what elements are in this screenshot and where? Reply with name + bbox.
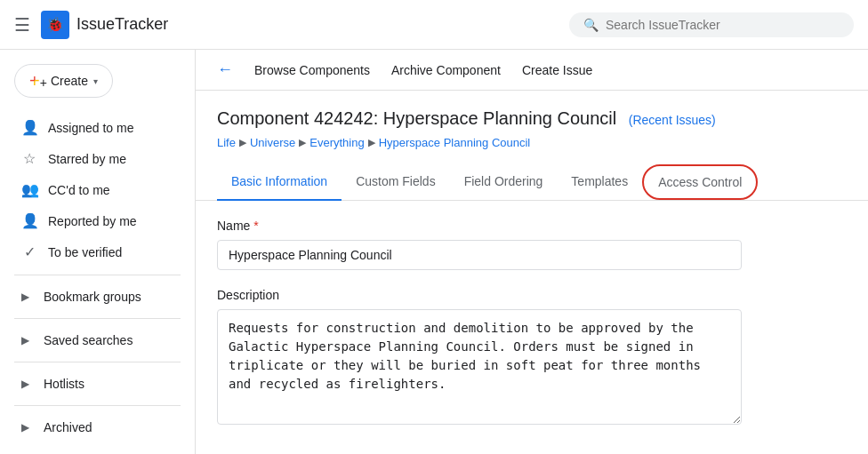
browse-components-link[interactable]: Browse Components xyxy=(254,63,370,77)
breadcrumb-life[interactable]: Life xyxy=(217,136,236,149)
sidebar-item-starred-by-me[interactable]: ☆ Starred by me xyxy=(0,143,195,174)
name-label: Name * xyxy=(217,219,847,233)
main-layout: + Create ▾ 👤 Assigned to me ☆ Starred by… xyxy=(0,50,868,454)
create-button[interactable]: + Create ▾ xyxy=(14,64,113,98)
sidebar-item-reported-by-me[interactable]: 👤 Reported by me xyxy=(0,205,195,236)
top-bar: ☰ 🐞 IssueTracker 🔍 xyxy=(0,0,868,50)
required-star: * xyxy=(253,219,258,233)
app-name: IssueTracker xyxy=(76,15,168,34)
sidebar-item-to-be-verified[interactable]: ✓ To be verified xyxy=(0,236,195,267)
check-icon: ✓ xyxy=(21,243,37,260)
sidebar-label-archived: Archived xyxy=(44,420,92,434)
sidebar-nav: 👤 Assigned to me ☆ Starred by me 👥 CC'd … xyxy=(0,112,195,267)
person-add-icon: 👤 xyxy=(21,212,37,229)
breadcrumb: Life ▶ Universe ▶ Everything ▶ Hyperspac… xyxy=(217,136,847,149)
breadcrumb-hpc[interactable]: Hyperspace Planning Council xyxy=(379,136,531,149)
expand-arrow-icon: ▶ xyxy=(21,291,29,303)
breadcrumb-universe[interactable]: Universe xyxy=(250,136,295,149)
sidebar-label-ccd: CC'd to me xyxy=(48,183,110,197)
sidebar-divider-2 xyxy=(14,318,181,319)
person-icon: 👤 xyxy=(21,119,37,136)
search-bar[interactable]: 🔍 xyxy=(569,12,854,37)
sidebar-label-verified: To be verified xyxy=(48,245,122,259)
sidebar-item-assigned-to-me[interactable]: 👤 Assigned to me xyxy=(0,112,195,143)
sidebar-item-hotlists[interactable]: ▶ Hotlists xyxy=(0,370,195,398)
sidebar-expandable-nav: ▶ Bookmark groups ▶ Saved searches ▶ Hot… xyxy=(0,283,195,442)
sidebar-divider-4 xyxy=(14,405,181,406)
create-chevron-icon: ▾ xyxy=(93,76,98,86)
app-logo: 🐞 xyxy=(41,11,69,39)
sidebar-divider-1 xyxy=(14,275,181,275)
create-label: Create xyxy=(51,74,88,88)
breadcrumb-arrow-1: ▶ xyxy=(239,137,246,148)
content-nav: ← Browse Components Archive Component Cr… xyxy=(196,50,868,91)
description-textarea[interactable]: Requests for construction and demolition… xyxy=(217,309,742,425)
sidebar-label-hotlists: Hotlists xyxy=(44,377,84,391)
description-label: Description xyxy=(217,288,847,302)
sidebar-item-saved-searches[interactable]: ▶ Saved searches xyxy=(0,326,195,354)
tab-basic-information[interactable]: Basic Information xyxy=(217,163,342,201)
description-field-group: Description Requests for construction an… xyxy=(217,288,847,427)
tab-custom-fields[interactable]: Custom Fields xyxy=(342,163,449,201)
component-id: Component 424242: xyxy=(217,108,378,128)
sidebar-divider-3 xyxy=(14,362,181,362)
breadcrumb-everything[interactable]: Everything xyxy=(309,136,364,149)
page-title: Component 424242: Hyperspace Planning Co… xyxy=(217,108,847,129)
expand-arrow-icon-2: ▶ xyxy=(21,334,29,346)
form-area: Name * Description Requests for construc… xyxy=(196,201,868,454)
content-area: ← Browse Components Archive Component Cr… xyxy=(196,50,868,454)
expand-arrow-icon-3: ▶ xyxy=(21,378,29,390)
sidebar-item-bookmark-groups[interactable]: ▶ Bookmark groups xyxy=(0,283,195,311)
create-btn-row: + Create ▾ xyxy=(0,64,195,112)
menu-icon[interactable]: ☰ xyxy=(14,14,30,36)
name-input[interactable] xyxy=(217,240,742,270)
search-input[interactable] xyxy=(606,18,840,32)
tab-field-ordering[interactable]: Field Ordering xyxy=(450,163,558,201)
star-icon: ☆ xyxy=(21,150,37,167)
sidebar-label-assigned: Assigned to me xyxy=(48,121,134,135)
sidebar-label-saved: Saved searches xyxy=(44,333,133,347)
name-field-group: Name * xyxy=(217,219,847,270)
sidebar-item-ccd-to-me[interactable]: 👥 CC'd to me xyxy=(0,174,195,205)
sidebar-label-reported: Reported by me xyxy=(48,214,137,228)
sidebar: + Create ▾ 👤 Assigned to me ☆ Starred by… xyxy=(0,50,196,454)
expand-arrow-icon-4: ▶ xyxy=(21,421,29,434)
page-header: Component 424242: Hyperspace Planning Co… xyxy=(196,91,868,163)
logo-area: 🐞 IssueTracker xyxy=(41,11,168,39)
recent-issues-link[interactable]: (Recent Issues) xyxy=(629,113,716,127)
create-plus-icon: + xyxy=(29,72,47,90)
sidebar-item-archived[interactable]: ▶ Archived xyxy=(0,413,195,442)
back-button[interactable]: ← xyxy=(217,60,233,79)
breadcrumb-arrow-3: ▶ xyxy=(368,137,375,148)
tab-access-control[interactable]: Access Control xyxy=(642,164,758,200)
archive-component-link[interactable]: Archive Component xyxy=(391,63,501,77)
tab-templates[interactable]: Templates xyxy=(557,163,642,201)
sidebar-label-starred: Starred by me xyxy=(48,152,126,166)
search-icon: 🔍 xyxy=(583,18,599,32)
sidebar-label-bookmarks: Bookmark groups xyxy=(44,290,141,304)
tabs-bar: Basic Information Custom Fields Field Or… xyxy=(196,163,868,201)
component-name: Hyperspace Planning Council xyxy=(383,108,616,128)
breadcrumb-arrow-2: ▶ xyxy=(299,137,306,148)
create-issue-link[interactable]: Create Issue xyxy=(522,63,592,77)
group-icon: 👥 xyxy=(21,181,37,198)
